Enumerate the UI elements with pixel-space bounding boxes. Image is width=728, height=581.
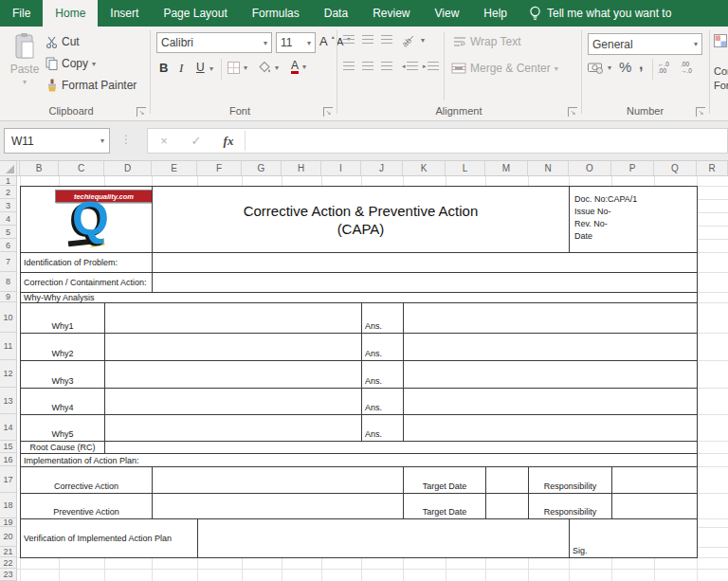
form-title-cell[interactable]: Corrective Action & Preventive Action (C… — [152, 186, 570, 253]
row-header-1[interactable]: 1 — [0, 176, 16, 186]
paste-button[interactable]: Paste ▾ — [6, 32, 44, 100]
col-header-K[interactable]: K — [403, 161, 446, 175]
font-color-button[interactable]: A ▾ — [291, 60, 306, 74]
middle-align-button[interactable] — [362, 35, 373, 45]
why2-answer-cell[interactable] — [403, 333, 698, 361]
format-painter-button[interactable]: Format Painter — [46, 78, 136, 93]
corrective-target-date-cell[interactable]: Target Date — [403, 466, 486, 494]
font-family-select[interactable]: Calibri ▾ — [156, 32, 272, 53]
preventive-responsibility-cell[interactable]: Responsibility — [528, 493, 612, 519]
preventive-action-label-cell[interactable]: Preventive Action — [20, 493, 153, 519]
row-header-15[interactable]: 15 — [0, 441, 16, 453]
why4-ans-cell[interactable]: Ans. — [361, 388, 404, 415]
correction-label-cell[interactable]: Correction / Containment Action: — [20, 272, 153, 293]
tab-page-layout[interactable]: Page Layout — [151, 0, 239, 27]
tab-help[interactable]: Help — [471, 0, 519, 27]
fill-color-button[interactable]: ▾ — [258, 62, 279, 74]
root-cause-label-cell[interactable]: Root Cause (RC) — [20, 441, 105, 454]
col-header-P[interactable]: P — [611, 161, 654, 175]
why5-ans-cell[interactable]: Ans. — [361, 414, 404, 442]
increase-font-button[interactable]: A▴ — [319, 34, 335, 48]
bottom-align-button[interactable] — [381, 35, 392, 45]
col-header-N[interactable]: N — [528, 161, 569, 175]
row-header-4[interactable]: 4 — [0, 212, 16, 226]
tab-formulas[interactable]: Formulas — [240, 0, 312, 27]
why1-answer-cell[interactable] — [403, 302, 698, 334]
col-header-E[interactable]: E — [152, 161, 197, 175]
col-header-G[interactable]: G — [242, 161, 282, 175]
row-header-5[interactable]: 5 — [0, 226, 16, 239]
why1-input-cell[interactable] — [104, 302, 362, 334]
name-box[interactable]: W11 ▾ — [4, 128, 110, 154]
why3-input-cell[interactable] — [104, 360, 362, 389]
bold-button[interactable]: B — [159, 61, 168, 75]
col-header-L[interactable]: L — [446, 161, 485, 175]
why2-label-cell[interactable]: Why2 — [20, 333, 105, 361]
doc-info-cell[interactable]: Doc. No:CAPA/1 Issue No- Rev. No- Date — [569, 186, 698, 253]
corrective-target-input-cell[interactable] — [485, 466, 529, 494]
formula-bar-grip-icon[interactable]: ⋮ — [120, 133, 132, 146]
cancel-icon[interactable]: × — [148, 134, 180, 148]
why4-label-cell[interactable]: Why4 — [20, 388, 105, 415]
why3-ans-cell[interactable]: Ans. — [361, 360, 404, 389]
row-header-3[interactable]: 3 — [0, 199, 16, 212]
tab-view[interactable]: View — [423, 0, 472, 27]
increase-decimal-button[interactable]: ←.0.00 — [658, 61, 669, 74]
conditional-formatting-button[interactable] — [714, 34, 727, 47]
tab-review[interactable]: Review — [360, 0, 422, 27]
preventive-target-date-cell[interactable]: Target Date — [403, 493, 486, 519]
why5-answer-cell[interactable] — [403, 414, 698, 442]
font-size-select[interactable]: 11 ▾ — [276, 32, 316, 53]
decrease-decimal-button[interactable]: .00→.0 — [681, 61, 692, 74]
row-header-14[interactable]: 14 — [0, 414, 16, 441]
formula-input[interactable]: × ✓ fx — [147, 128, 728, 154]
col-header-M[interactable]: M — [485, 161, 528, 175]
percent-style-button[interactable]: % — [619, 59, 631, 75]
col-header-R[interactable]: R — [697, 161, 728, 175]
decrease-indent-button[interactable]: ◂ — [402, 62, 418, 71]
row-header-6[interactable]: 6 — [0, 239, 16, 252]
root-cause-input-cell[interactable] — [104, 441, 698, 454]
align-right-button[interactable] — [381, 62, 392, 71]
cut-button[interactable]: Cut — [46, 34, 80, 49]
tab-file[interactable]: File — [0, 0, 43, 27]
row-header-22[interactable]: 22 — [0, 557, 16, 569]
why4-input-cell[interactable] — [104, 388, 362, 415]
why3-answer-cell[interactable] — [403, 360, 698, 389]
tell-me-box[interactable]: Tell me what you want to — [519, 0, 681, 27]
tab-home[interactable]: Home — [43, 0, 98, 27]
col-header-Q[interactable]: Q — [654, 161, 697, 175]
why2-input-cell[interactable] — [104, 333, 362, 361]
alignment-dialog-launcher[interactable]: ↘ — [568, 107, 577, 117]
row-header-16[interactable]: 16 — [0, 453, 16, 466]
corrective-action-input-cell[interactable] — [152, 466, 404, 494]
wrap-text-button[interactable]: Wrap Text — [453, 35, 521, 48]
underline-button[interactable]: U — [196, 61, 205, 74]
tab-data[interactable]: Data — [312, 0, 360, 27]
borders-button[interactable]: ▾ — [228, 62, 247, 74]
preventive-target-input-cell[interactable] — [485, 493, 529, 519]
corrective-action-label-cell[interactable]: Corrective Action — [20, 466, 153, 494]
preventive-responsibility-input-cell[interactable] — [611, 493, 698, 519]
corrective-responsibility-input-cell[interactable] — [611, 466, 698, 494]
correction-input-cell[interactable] — [152, 272, 698, 293]
row-header-21[interactable]: 21 — [0, 547, 16, 557]
identification-label-cell[interactable]: Identification of Problem: — [20, 252, 153, 273]
identification-input-cell[interactable] — [152, 252, 698, 273]
why3-label-cell[interactable]: Why3 — [20, 360, 105, 389]
col-header-O[interactable]: O — [569, 161, 611, 175]
merge-center-button[interactable]: Merge & Center ▾ — [451, 62, 558, 75]
comma-style-button[interactable]: , — [639, 56, 643, 73]
corrective-responsibility-cell[interactable]: Responsibility — [528, 466, 612, 494]
col-header-J[interactable]: J — [361, 161, 403, 175]
row-header-7[interactable]: 7 — [0, 252, 16, 272]
preventive-action-input-cell[interactable] — [152, 493, 404, 519]
insert-function-icon[interactable]: fx — [212, 134, 245, 149]
verification-input-cell[interactable] — [197, 518, 570, 558]
col-header-F[interactable]: F — [197, 161, 242, 175]
orientation-button[interactable]: ab ▾ — [402, 32, 425, 47]
clipboard-dialog-launcher[interactable]: ↘ — [136, 107, 146, 117]
row-header-8[interactable]: 8 — [0, 272, 16, 292]
row-header-23[interactable]: 23 — [0, 569, 16, 581]
worksheet-grid[interactable]: BCDEFGHIJKLMNOPQR 1234567891011121314151… — [0, 161, 728, 581]
